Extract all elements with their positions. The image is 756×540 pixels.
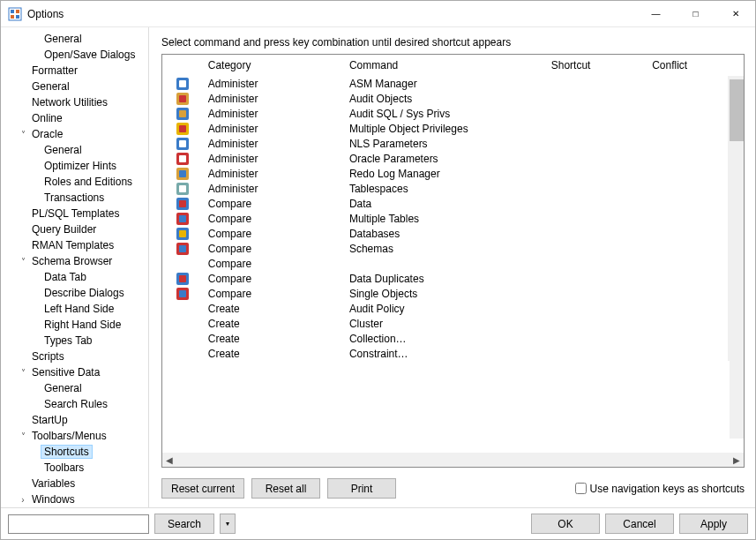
- cell-shortcut[interactable]: [546, 241, 647, 256]
- cell-shortcut[interactable]: [546, 346, 647, 361]
- table-row[interactable]: AdministerAudit Objects: [162, 91, 744, 106]
- tree-item[interactable]: Optimizer Hints: [1, 158, 148, 174]
- cell-shortcut[interactable]: [546, 331, 647, 346]
- tree-item[interactable]: Right Hand Side: [1, 317, 148, 333]
- table-row[interactable]: CompareData: [162, 196, 744, 211]
- tree-item[interactable]: General: [1, 79, 148, 94]
- table-row[interactable]: AdministerASM Manager: [162, 76, 744, 91]
- tree-item[interactable]: Left Hand Side: [1, 301, 148, 317]
- table-row[interactable]: AdministerAudit SQL / Sys Privs: [162, 106, 744, 121]
- cell-shortcut[interactable]: [546, 256, 647, 271]
- table-row[interactable]: CreateCollection…: [162, 331, 744, 346]
- nav-keys-checkbox[interactable]: [575, 483, 587, 494]
- minimize-button[interactable]: —: [636, 1, 676, 26]
- tree-collapse-icon[interactable]: ˅: [17, 368, 29, 378]
- category-tree[interactable]: GeneralOpen/Save DialogsFormatterGeneral…: [1, 27, 149, 507]
- table-row[interactable]: AdministerRedo Log Manager: [162, 166, 744, 181]
- tree-item[interactable]: General: [1, 31, 148, 47]
- cancel-button[interactable]: Cancel: [605, 514, 674, 534]
- table-row[interactable]: CompareMultiple Tables: [162, 211, 744, 226]
- reset-all-button[interactable]: Reset all: [251, 478, 320, 499]
- nav-keys-checkbox-label[interactable]: Use navigation keys as shortcuts: [575, 483, 745, 495]
- tree-item[interactable]: ˅Toolbars/Menus: [1, 428, 148, 444]
- scroll-thumb[interactable]: [730, 79, 744, 141]
- scroll-left-icon[interactable]: ◀: [162, 455, 176, 465]
- table-row[interactable]: CompareDatabases: [162, 226, 744, 241]
- cell-shortcut[interactable]: [546, 91, 647, 106]
- col-category-header[interactable]: Category: [203, 55, 344, 76]
- tree-item[interactable]: RMAN Templates: [1, 237, 148, 253]
- tree-item[interactable]: Transactions: [1, 190, 148, 206]
- tree-collapse-icon[interactable]: ˅: [17, 257, 29, 266]
- tree-item[interactable]: Search Rules: [1, 396, 148, 412]
- tree-item[interactable]: General: [1, 380, 148, 396]
- cell-shortcut[interactable]: [546, 121, 647, 136]
- table-row[interactable]: CreateCluster: [162, 316, 744, 331]
- shortcuts-grid[interactable]: Category Command Shortcut Conflict Admin…: [161, 54, 745, 468]
- tree-item[interactable]: Formatter: [1, 63, 148, 79]
- tree-item[interactable]: Toolbars: [1, 460, 148, 476]
- cell-shortcut[interactable]: [546, 301, 647, 316]
- cell-shortcut[interactable]: [546, 211, 647, 226]
- tree-item[interactable]: Describe Dialogs: [1, 285, 148, 301]
- tree-item[interactable]: Online: [1, 110, 148, 126]
- tree-item[interactable]: ˅Schema Browser: [1, 253, 148, 269]
- tree-item[interactable]: Scripts: [1, 349, 148, 364]
- cell-shortcut[interactable]: [546, 151, 647, 166]
- tree-item[interactable]: Roles and Editions: [1, 174, 148, 190]
- cell-shortcut[interactable]: [546, 226, 647, 241]
- search-dropdown-button[interactable]: ▾: [220, 514, 236, 534]
- tree-item[interactable]: Types Tab: [1, 333, 148, 349]
- cell-shortcut[interactable]: [546, 271, 647, 286]
- tree-item[interactable]: Variables: [1, 476, 148, 491]
- tree-item[interactable]: General: [1, 142, 148, 158]
- tree-expand-icon[interactable]: ›: [17, 495, 29, 505]
- cell-shortcut[interactable]: [546, 286, 647, 301]
- tree-item[interactable]: StartUp: [1, 412, 148, 428]
- cell-shortcut[interactable]: [546, 136, 647, 151]
- col-shortcut-header[interactable]: Shortcut: [546, 55, 647, 76]
- search-button[interactable]: Search: [154, 514, 214, 534]
- scroll-right-icon[interactable]: ▶: [730, 455, 744, 465]
- tree-item[interactable]: PL/SQL Templates: [1, 206, 148, 221]
- cell-shortcut[interactable]: [546, 166, 647, 181]
- tree-item[interactable]: Open/Save Dialogs: [1, 47, 148, 63]
- grid-horizontal-scrollbar[interactable]: ◀ ▶: [162, 453, 744, 467]
- table-row[interactable]: CompareData Duplicates: [162, 271, 744, 286]
- cell-shortcut[interactable]: [546, 316, 647, 331]
- grid-vertical-scrollbar[interactable]: [730, 79, 744, 439]
- table-row[interactable]: CreateAudit Policy: [162, 301, 744, 316]
- ok-button[interactable]: OK: [531, 514, 600, 534]
- col-command-header[interactable]: Command: [344, 55, 546, 76]
- table-row[interactable]: CompareSchemas: [162, 241, 744, 256]
- close-button[interactable]: ✕: [715, 1, 755, 26]
- tree-collapse-icon[interactable]: ˅: [17, 130, 29, 139]
- tree-item[interactable]: ›Windows: [1, 491, 148, 507]
- tree-item[interactable]: ˅Oracle: [1, 126, 148, 142]
- table-row[interactable]: AdministerTablespaces: [162, 181, 744, 196]
- apply-button[interactable]: Apply: [679, 514, 748, 534]
- table-row[interactable]: Compare: [162, 256, 744, 271]
- tree-item[interactable]: Query Builder: [1, 221, 148, 237]
- print-button[interactable]: Print: [327, 478, 396, 499]
- reset-current-button[interactable]: Reset current: [161, 478, 244, 499]
- table-row[interactable]: AdministerNLS Parameters: [162, 136, 744, 151]
- cell-shortcut[interactable]: [546, 196, 647, 211]
- table-row[interactable]: AdministerOracle Parameters: [162, 151, 744, 166]
- tree-item[interactable]: Data Tab: [1, 269, 148, 285]
- tree-collapse-icon[interactable]: ˅: [17, 431, 29, 441]
- cell-shortcut[interactable]: [546, 76, 647, 91]
- col-icon-header[interactable]: [162, 55, 203, 76]
- tree-item[interactable]: Network Utilities: [1, 94, 148, 110]
- search-input[interactable]: [8, 514, 149, 534]
- col-conflict-header[interactable]: Conflict: [647, 55, 728, 76]
- tree-item[interactable]: Shortcuts: [1, 444, 148, 460]
- cell-shortcut[interactable]: [546, 181, 647, 196]
- cell-shortcut[interactable]: [546, 106, 647, 121]
- tree-item[interactable]: ˅Sensitive Data: [1, 364, 148, 380]
- table-row[interactable]: CreateConstraint…: [162, 346, 744, 361]
- table-row[interactable]: AdministerMultiple Object Privileges: [162, 121, 744, 136]
- maximize-button[interactable]: □: [676, 1, 715, 26]
- svg-rect-2: [16, 10, 19, 13]
- table-row[interactable]: CompareSingle Objects: [162, 286, 744, 301]
